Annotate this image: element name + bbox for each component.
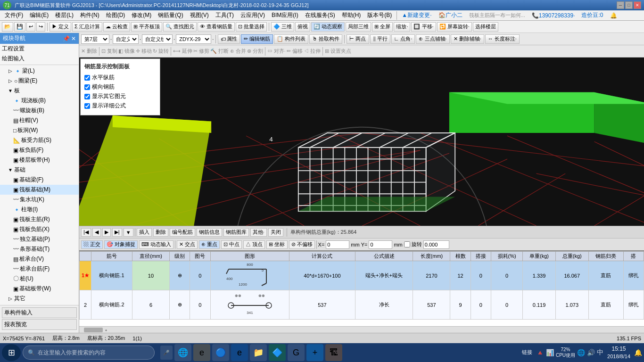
single-component-input-button[interactable]: 单构件输入 (2, 307, 77, 318)
redo-button[interactable]: ↪ (36, 22, 45, 32)
layer-select[interactable]: 第7层 (81, 34, 109, 44)
insert-button[interactable]: 插入 (137, 228, 152, 237)
numbering-button[interactable]: 编号配筋 (170, 228, 195, 237)
col-fig-no[interactable]: 图号 (190, 252, 210, 261)
close-button[interactable]: ✕ (634, 1, 641, 9)
sidebar-item-slab-neg[interactable]: ▣ 板负筋(F) (0, 145, 79, 155)
code-select[interactable]: ZDYX-29 (176, 34, 211, 44)
cb-transverse-rebar[interactable] (84, 84, 90, 90)
cb-horizontal-rebar[interactable] (84, 75, 90, 81)
sidebar-item-found-beam[interactable]: ▣ 基础梁(F) (0, 175, 79, 185)
save-button[interactable]: 💾 (14, 22, 25, 32)
edit-rebar-button[interactable]: ✏ 编辑钢筋 (241, 34, 273, 44)
line-select[interactable]: 自定义线 (142, 34, 173, 44)
col-grade[interactable]: 级别 (170, 252, 190, 261)
sidebar-controls[interactable]: 📌 ✕ (63, 35, 76, 42)
menu-online[interactable]: 在线服务(S) (302, 10, 338, 20)
sidebar-item-found-slab-band[interactable]: ▣ 基础板带(W) (0, 284, 79, 294)
cb-show-other[interactable] (84, 94, 90, 99)
local-3d-button[interactable]: 局部三维 (346, 22, 371, 32)
sidebar-item-sump[interactable]: 〰 集水坑(K) (0, 195, 79, 205)
menu-bim[interactable]: BIM应用(I) (269, 10, 301, 20)
component-list-button[interactable]: 📋 构件列表 (274, 34, 308, 44)
menu-draw[interactable]: 绘图(D) (103, 10, 128, 20)
rotate-checkbox[interactable] (404, 241, 410, 247)
x-input[interactable] (326, 240, 349, 249)
taskbar-app-edge[interactable]: 🌐 (174, 344, 191, 361)
flatten-button[interactable]: ⊞ 平齐板顶 (131, 22, 162, 32)
rebar-table-container[interactable]: 筋号 直径(mm) 级别 图号 图形 计算公式 公式描述 长度(mm) 根数 搭… (79, 251, 644, 326)
sidebar-item-other-expand[interactable]: ▷ 其它 (0, 294, 79, 304)
sidebar-item-column-cap[interactable]: ▤ 柱帽(V) (0, 115, 79, 125)
menu-phone[interactable]: 📞13907298339· (529, 11, 578, 20)
close-button[interactable]: 关闭 (268, 228, 283, 237)
point-angle-button[interactable]: ∟ 点角· (391, 34, 415, 44)
tray-icon-cpu[interactable]: 📊 (546, 349, 554, 356)
start-button[interactable]: ⊞ (2, 344, 21, 361)
sidebar-item-pile[interactable]: 〇 桩(U) (0, 274, 79, 284)
menu-version[interactable]: 版本号(B) (364, 10, 395, 20)
rebar-scrollbar[interactable]: ⬥ (79, 326, 644, 333)
sidebar-item-column-found[interactable]: 🔹 柱墩(I) (0, 205, 79, 214)
col-diameter[interactable]: 直径(mm) (132, 252, 169, 261)
nav-prev-button[interactable]: ◀ (92, 228, 101, 237)
top-view-button[interactable]: 俯视 (295, 22, 310, 32)
parallel-button[interactable]: ∥ 平行 (370, 34, 390, 44)
col-desc[interactable]: 公式描述 (355, 252, 413, 261)
menu-edit[interactable]: 编辑(E) (27, 10, 51, 20)
calc-button[interactable]: Σ 汇总计算 (72, 22, 102, 32)
3d-scene-svg[interactable]: X Y Z 4 0 (79, 58, 644, 226)
mic-button[interactable]: 🎤 (160, 346, 173, 360)
taskbar-app-ggj[interactable]: 🏗 (325, 344, 342, 361)
define-button[interactable]: ▶ 定义 (50, 22, 71, 32)
col-count[interactable]: 根数 (450, 252, 471, 261)
sidebar-item-pile-found[interactable]: 〰 桩承台筋(F) (0, 264, 79, 274)
tray-icon-1[interactable]: 🔺 (536, 349, 544, 356)
top-point-button[interactable]: △ 顶点 (243, 240, 265, 249)
taskbar-app-g[interactable]: G (288, 344, 305, 361)
menu-new-change[interactable]: ▲新建变更· (399, 10, 434, 20)
sidebar-item-pile-cap[interactable]: ▤ 桩承台(V) (0, 254, 79, 264)
three-point-aux-button[interactable]: ⊕ 三点辅轴· (416, 34, 449, 44)
col-length[interactable]: 长度(mm) (413, 252, 450, 261)
taskbar-app-chrome[interactable]: 🔵 (212, 344, 229, 361)
sidebar-item-slab-hole[interactable]: □ 板洞(W) (0, 125, 79, 135)
cb-show-formula[interactable] (84, 103, 90, 109)
3d-button[interactable]: 🔷 三维 (271, 22, 294, 32)
menu-modify[interactable]: 修改(M) (129, 10, 154, 20)
undo-button[interactable]: ↩ (26, 22, 35, 32)
view-rebar-button[interactable]: 👁 查看钢筋量 (198, 22, 235, 32)
two-point-button[interactable]: ⊢ 两点 (347, 34, 369, 44)
rotate-input[interactable] (423, 240, 449, 249)
menu-file[interactable]: 文件(F) (2, 10, 26, 20)
nav-next-button[interactable]: ▶ (102, 228, 111, 237)
menu-notify[interactable]: 🔔 (607, 11, 620, 20)
col-rebar-id[interactable]: 筋号 (91, 252, 132, 261)
sidebar-item-ring[interactable]: ▷ ○ 圈梁(E) (0, 76, 79, 86)
taskbar-app-ie2[interactable]: e (231, 344, 248, 361)
menu-tools[interactable]: 工具(T) (213, 10, 237, 20)
col-splice[interactable]: 搭接 (471, 252, 491, 261)
del-aux-button[interactable]: ✕ 删除辅轴· (451, 34, 484, 44)
object-snap-button[interactable]: 🎯 对象捕捉 (104, 240, 138, 249)
menu-price[interactable]: 造价豆:0 (578, 10, 606, 20)
menu-rebar-qty[interactable]: 钢筋量(Q) (155, 10, 186, 20)
taskbar-app-green[interactable]: 🔷 (269, 344, 286, 361)
nav-down-button[interactable]: ▼ (124, 228, 133, 237)
zoom-button[interactable]: 缩放· (394, 22, 410, 32)
delete-button[interactable]: 删除 (153, 228, 168, 237)
taskbar-app-folder[interactable]: 📁 (250, 344, 267, 361)
batch-select-button[interactable]: ⊡ 批量选择 (236, 22, 267, 32)
col-tie[interactable]: 搭 (623, 252, 644, 261)
table-row[interactable]: 2 横向钢筋.2 6 ⊕ 0 ⊕⊕ ⊕⊕ (80, 290, 644, 320)
col-total-weight[interactable]: 总重(kg) (555, 252, 588, 261)
table-row[interactable]: 1★ 横向钢筋.1 10 ⊕ 0 800 (80, 261, 644, 290)
maximize-button[interactable]: □ (625, 1, 633, 9)
taskbar-app-plus[interactable]: + (306, 344, 323, 361)
cloud-check-button[interactable]: ☁ 云检查 (103, 22, 130, 32)
fullscreen-button[interactable]: ⊞ 全屏 (372, 22, 393, 32)
time-display[interactable]: 15:15 2018/8/14 (607, 346, 630, 360)
other-button[interactable]: 其他· (250, 228, 267, 237)
find-element-button[interactable]: 🔍 查找图元 (163, 22, 197, 32)
nav-last-button[interactable]: ▶| (112, 228, 122, 237)
